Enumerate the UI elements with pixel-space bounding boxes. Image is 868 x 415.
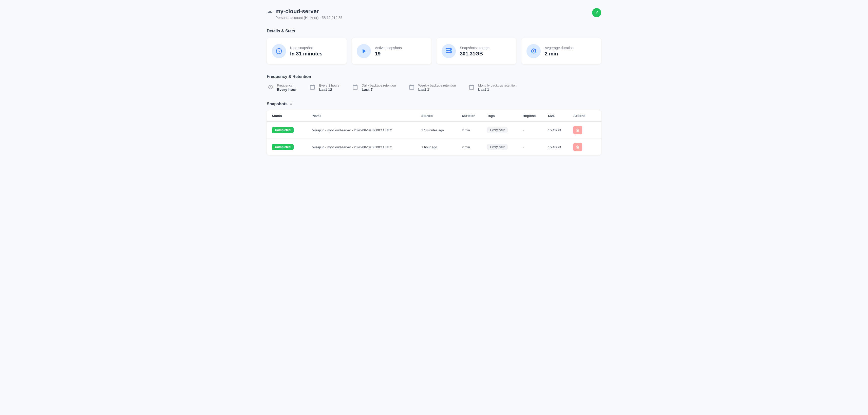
row-name-2: Weap.io - my-cloud-server - 2020-08-19 0… (312, 145, 421, 149)
freq-item-weekly-retention: Weekly backups retention Last 1 (408, 83, 456, 92)
row-status-2: Completed (272, 144, 312, 150)
freq-label-every-1-hours: Every 1 hours (319, 83, 339, 87)
server-icon-wrap (442, 44, 456, 58)
svg-point-1 (450, 51, 451, 52)
history-icon (267, 84, 274, 91)
freq-label-daily-retention: Daily backups retention (362, 83, 396, 87)
row-size-2: 15.40GB (548, 145, 574, 149)
server-subtitle: Personal account (Hetzner) - 58.12.212.8… (275, 16, 343, 20)
stat-card-snapshots-storage: Snapshots storage 301.31GB (437, 38, 516, 64)
row-started-1: 27 minutes ago (421, 128, 462, 132)
delete-button-2[interactable]: 🗑 (574, 143, 582, 151)
row-tags-2: Every hour (487, 144, 523, 150)
calendar-icon-2 (352, 84, 359, 91)
stat-label-avg-duration: Avgerage duration (545, 46, 574, 50)
details-section-title: Details & Stats (267, 29, 601, 33)
stat-info-active-snapshots: Active snapshots 19 (375, 46, 402, 57)
table-row: Completed Weap.io - my-cloud-server - 20… (267, 122, 601, 139)
status-check-icon: ✓ (592, 8, 601, 17)
frequency-section: Frequency & Retention Frequency Every ho… (267, 74, 601, 92)
freq-item-daily-retention: Daily backups retention Last 7 (352, 83, 396, 92)
freq-info-monthly-retention: Monthly backups retention Last 1 (478, 83, 517, 92)
page-header: ☁ my-cloud-server Personal account (Hetz… (267, 8, 601, 20)
row-duration-1: 2 min. (462, 128, 487, 132)
col-header-status: Status (272, 114, 312, 118)
play-icon (360, 47, 367, 55)
tag-badge-1: Every hour (487, 127, 507, 133)
freq-info-every-1-hours: Every 1 hours Last 12 (319, 83, 339, 92)
stat-value-snapshots-storage: 301.31GB (460, 51, 490, 57)
cloud-icon: ☁ (267, 8, 272, 15)
freq-value-monthly-retention: Last 1 (478, 87, 517, 92)
details-section: Details & Stats Next snapshot In 31 minu… (267, 29, 601, 64)
stats-grid: Next snapshot In 31 minutes Active snaps… (267, 38, 601, 64)
play-icon-wrap (357, 44, 371, 58)
stat-label-next-snapshot: Next snapshot (290, 46, 322, 50)
server-info: ☁ my-cloud-server Personal account (Hetz… (267, 8, 343, 20)
stat-info-avg-duration: Avgerage duration 2 min (545, 46, 574, 57)
col-header-regions: Regions (523, 114, 548, 118)
row-name-1: Weap.io - my-cloud-server - 2020-08-19 0… (312, 128, 421, 132)
col-header-name: Name (312, 114, 421, 118)
tag-badge-2: Every hour (487, 144, 507, 150)
stat-value-next-snapshot: In 31 minutes (290, 51, 322, 57)
server-name: my-cloud-server (275, 8, 319, 15)
snapshot-table: Status Name Started Duration Tags Region… (267, 110, 601, 155)
freq-label-frequency: Frequency (277, 83, 297, 87)
freq-info-weekly-retention: Weekly backups retention Last 1 (418, 83, 456, 92)
freq-value-every-1-hours: Last 12 (319, 87, 339, 92)
row-actions-2: 🗑 (574, 143, 596, 151)
server-title-row: ☁ my-cloud-server (267, 8, 343, 15)
freq-item-every-1-hours: Every 1 hours Last 12 (309, 83, 339, 92)
stat-info-next-snapshot: Next snapshot In 31 minutes (290, 46, 322, 57)
stat-card-next-snapshot: Next snapshot In 31 minutes (267, 38, 347, 64)
snapshots-section-title: Snapshots (267, 102, 287, 106)
freq-info-daily-retention: Daily backups retention Last 7 (362, 83, 396, 92)
stat-label-snapshots-storage: Snapshots storage (460, 46, 490, 50)
row-actions-1: 🗑 (574, 126, 596, 134)
frequency-grid: Frequency Every hour Every 1 hours Last … (267, 83, 601, 92)
row-regions-1: - (523, 128, 548, 132)
clock-icon (275, 47, 282, 55)
stat-value-avg-duration: 2 min (545, 51, 574, 57)
stopwatch-icon-wrap (526, 44, 541, 58)
row-size-1: 15.43GB (548, 128, 574, 132)
snapshots-section: Snapshots ≡ Status Name Started Duration… (267, 102, 601, 155)
status-badge-2: Completed (272, 144, 293, 150)
clock-icon-wrap (272, 44, 286, 58)
row-started-2: 1 hour ago (421, 145, 462, 149)
freq-value-weekly-retention: Last 1 (418, 87, 456, 92)
col-header-duration: Duration (462, 114, 487, 118)
freq-info-frequency: Frequency Every hour (277, 83, 297, 92)
row-duration-2: 2 min. (462, 145, 487, 149)
calendar-icon-1 (309, 84, 316, 91)
frequency-section-title: Frequency & Retention (267, 74, 601, 79)
calendar-icon-3 (408, 84, 415, 91)
menu-lines-icon[interactable]: ≡ (290, 102, 292, 106)
col-header-started: Started (421, 114, 462, 118)
row-tags-1: Every hour (487, 127, 523, 133)
stat-value-active-snapshots: 19 (375, 51, 402, 57)
stat-card-avg-duration: Avgerage duration 2 min (521, 38, 601, 64)
stat-info-snapshots-storage: Snapshots storage 301.31GB (460, 46, 490, 57)
calendar-icon-4 (468, 84, 475, 91)
status-badge-1: Completed (272, 127, 293, 133)
svg-point-0 (450, 49, 451, 49)
table-header: Status Name Started Duration Tags Region… (267, 110, 601, 122)
freq-label-monthly-retention: Monthly backups retention (478, 83, 517, 87)
stat-card-active-snapshots: Active snapshots 19 (352, 38, 431, 64)
row-status-1: Completed (272, 127, 312, 133)
col-header-size: Size (548, 114, 574, 118)
freq-item-frequency: Frequency Every hour (267, 83, 297, 92)
row-regions-2: - (523, 145, 548, 149)
freq-value-frequency: Every hour (277, 87, 297, 92)
server-icon (445, 47, 452, 55)
freq-item-monthly-retention: Monthly backups retention Last 1 (468, 83, 517, 92)
delete-button-1[interactable]: 🗑 (574, 126, 582, 134)
col-header-tags: Tags (487, 114, 523, 118)
freq-value-daily-retention: Last 7 (362, 87, 396, 92)
col-header-actions: Actions (574, 114, 596, 118)
stat-label-active-snapshots: Active snapshots (375, 46, 402, 50)
stopwatch-icon (530, 47, 537, 55)
table-row: Completed Weap.io - my-cloud-server - 20… (267, 139, 601, 155)
